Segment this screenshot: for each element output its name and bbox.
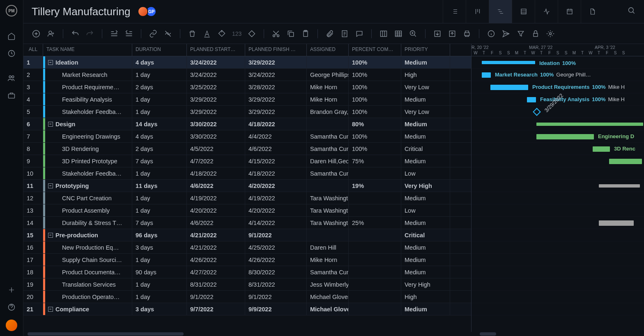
start-cell[interactable]: 3/29/2022 [187, 93, 245, 105]
percent-cell[interactable]: 100% [349, 81, 401, 93]
add-icon[interactable] [7, 285, 16, 295]
percent-cell[interactable]: 100% [349, 106, 401, 118]
end-cell[interactable]: 3/29/2022 [245, 56, 307, 68]
task-name-cell[interactable]: Supply Chain Sourci… [43, 254, 132, 266]
assigned-cell[interactable]: Mike Horn [307, 254, 349, 266]
gantt-row[interactable] [472, 278, 644, 291]
priority-cell[interactable]: Very Low [401, 106, 450, 118]
duration-cell[interactable]: 4 days [132, 130, 187, 142]
add-user-icon[interactable] [46, 29, 55, 38]
end-cell[interactable]: 8/30/2022 [245, 266, 307, 278]
assigned-cell[interactable]: Samantha Cum [307, 266, 349, 278]
duration-cell[interactable]: 90 days [132, 266, 187, 278]
percent-cell[interactable]: 100% [349, 130, 401, 142]
duration-cell[interactable]: 2 days [132, 143, 187, 155]
gantt-bar[interactable]: Product Requirements100%Mike H [490, 85, 528, 90]
task-row[interactable]: 7Engineering Drawings4 days3/30/20224/4/… [23, 130, 471, 143]
task-name-cell[interactable]: −Compliance [43, 303, 132, 315]
duration-cell[interactable]: 1 day [132, 192, 187, 204]
percent-cell[interactable] [349, 167, 401, 179]
percent-cell[interactable]: 100% [349, 93, 401, 105]
priority-cell[interactable]: Medium [401, 56, 450, 68]
start-cell[interactable]: 3/29/2022 [187, 106, 245, 118]
priority-cell[interactable]: Medium [401, 192, 450, 204]
undo-icon[interactable] [71, 29, 80, 38]
end-cell[interactable]: 4/14/2022 [245, 217, 307, 229]
end-cell[interactable]: 4/19/2022 [245, 192, 307, 204]
start-cell[interactable]: 9/7/2022 [187, 303, 245, 315]
priority-cell[interactable]: Very Low [401, 81, 450, 93]
team-icon[interactable] [7, 73, 16, 83]
duration-cell[interactable]: 3 days [132, 303, 187, 315]
milestone-marker[interactable] [533, 108, 541, 116]
end-cell[interactable]: 3/28/2022 [245, 81, 307, 93]
view-activity-icon[interactable] [535, 0, 558, 23]
percent-cell[interactable] [349, 241, 401, 253]
assigned-cell[interactable]: Samantha Cum [307, 130, 349, 142]
assigned-cell[interactable]: Tara Washingto [307, 192, 349, 204]
start-cell[interactable]: 9/1/2022 [187, 291, 245, 303]
collapse-icon[interactable]: − [48, 60, 53, 65]
task-name-cell[interactable]: Feasibility Analysis [43, 93, 132, 105]
start-cell[interactable]: 3/25/2022 [187, 81, 245, 93]
priority-cell[interactable]: Medium [401, 118, 450, 130]
gantt-row[interactable] [472, 229, 644, 241]
gantt-row[interactable] [472, 291, 644, 303]
col-priority[interactable]: PRIORITY [401, 44, 450, 56]
assigned-cell[interactable]: Tara Washingto [307, 204, 349, 216]
task-name-cell[interactable]: Durability & Stress T… [43, 217, 132, 229]
start-cell[interactable]: 4/5/2022 [187, 143, 245, 155]
task-name-cell[interactable]: −Design [43, 118, 132, 130]
priority-cell[interactable]: Low [401, 167, 450, 179]
grid-body[interactable]: 1−Ideation4 days3/24/20223/29/2022100%Me… [23, 56, 471, 336]
priority-cell[interactable]: Medium [401, 303, 450, 315]
start-cell[interactable]: 8/31/2022 [187, 278, 245, 290]
start-cell[interactable]: 4/19/2022 [187, 192, 245, 204]
col-planned-start[interactable]: PLANNED START… [187, 44, 245, 56]
paste-icon[interactable] [301, 29, 310, 38]
settings-icon[interactable] [546, 29, 555, 38]
duration-cell[interactable]: 1 day [132, 167, 187, 179]
end-cell[interactable]: 4/4/2022 [245, 130, 307, 142]
priority-cell[interactable]: Medium [401, 266, 450, 278]
start-cell[interactable]: 4/6/2022 [187, 217, 245, 229]
task-name-cell[interactable]: New Production Eq… [43, 241, 132, 253]
task-row[interactable]: 18Product Documenta…90 days4/27/20228/30… [23, 266, 471, 278]
assigned-cell[interactable]: Tara Washingto [307, 217, 349, 229]
gantt-row[interactable] [472, 254, 644, 266]
gantt-bar[interactable]: Engineering D [536, 134, 594, 139]
task-row[interactable]: 15−Pre-production96 days4/21/20229/1/202… [23, 229, 471, 241]
view-gantt-icon[interactable] [489, 0, 512, 23]
col-percent[interactable]: PERCENT COM… [349, 44, 401, 56]
priority-cell[interactable]: Critical [401, 229, 450, 241]
gantt-bar[interactable]: 3D Renc [593, 146, 610, 152]
task-row[interactable]: 17Supply Chain Sourci…1 day4/26/20224/26… [23, 254, 471, 266]
task-row[interactable]: 10Stakeholder Feedba…1 day4/18/20224/18/… [23, 167, 471, 180]
task-name-cell[interactable]: Market Research [43, 69, 132, 81]
gantt-bar[interactable] [599, 220, 634, 226]
assigned-cell[interactable]: Mike Horn [307, 81, 349, 93]
duration-cell[interactable]: 14 days [132, 118, 187, 130]
collapse-icon[interactable]: − [48, 307, 53, 312]
duration-cell[interactable]: 2 days [132, 81, 187, 93]
task-row[interactable]: 12CNC Part Creation1 day4/19/20224/19/20… [23, 192, 471, 204]
percent-cell[interactable]: 19% [349, 180, 401, 192]
help-icon[interactable] [7, 302, 16, 312]
duration-cell[interactable]: 1 day [132, 93, 187, 105]
duration-cell[interactable]: 1 day [132, 69, 187, 81]
priority-cell[interactable]: Low [401, 204, 450, 216]
home-icon[interactable] [7, 31, 16, 41]
end-cell[interactable]: 9/9/2022 [245, 303, 307, 315]
task-name-cell[interactable]: Product Documenta… [43, 266, 132, 278]
assigned-cell[interactable]: Samantha Cum [307, 143, 349, 155]
col-assigned[interactable]: ASSIGNED [307, 44, 349, 56]
attach-icon[interactable] [325, 29, 334, 38]
percent-cell[interactable]: 100% [349, 69, 401, 81]
view-board-icon[interactable] [466, 0, 489, 23]
end-cell[interactable]: 4/26/2022 [245, 254, 307, 266]
percent-cell[interactable]: 100% [349, 56, 401, 68]
gantt-row[interactable] [472, 266, 644, 278]
task-name-cell[interactable]: CNC Part Creation [43, 192, 132, 204]
task-name-cell[interactable]: Stakeholder Feedba… [43, 106, 132, 118]
task-row[interactable]: 11−Prototyping11 days4/6/20224/20/202219… [23, 180, 471, 192]
